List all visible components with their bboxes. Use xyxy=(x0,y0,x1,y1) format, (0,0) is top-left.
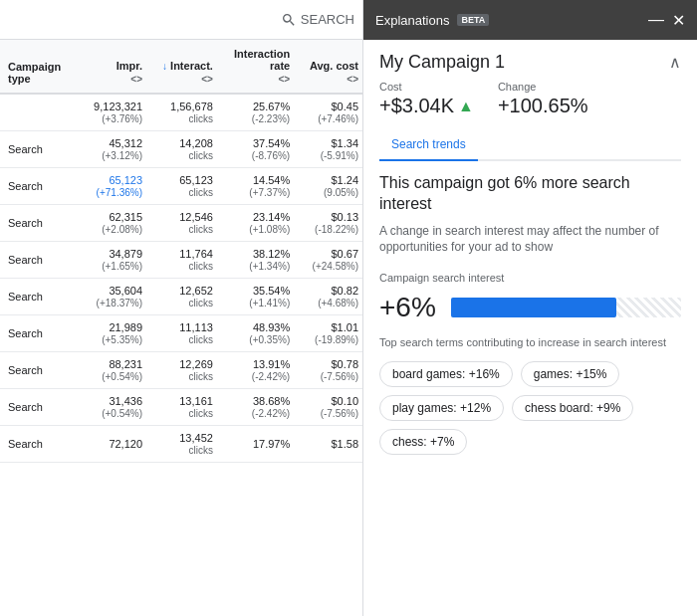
table-row: Search34,879(+1.65%)11,764clicks38.12%(+… xyxy=(0,242,362,279)
table-row: Search88,231(+0.54%)12,269clicks13.91%(-… xyxy=(0,352,362,389)
cost-label: Cost xyxy=(379,81,474,93)
cell-interact: 11,113clicks xyxy=(146,315,217,352)
tab-search-trends[interactable]: Search trends xyxy=(379,129,478,161)
cell-campaign-type: Search xyxy=(0,205,78,242)
campaign-section: My Campaign 1 ∧ Cost +$3.04K ▲ Change +1… xyxy=(363,40,697,129)
change-label: Change xyxy=(498,81,588,93)
cell-impr: 35,604(+18.37%) xyxy=(78,279,146,315)
panel-header: Explanations BETA — ✕ xyxy=(363,0,697,40)
col-header-interact[interactable]: ↓ Interact. <> xyxy=(146,40,217,94)
section-desc: A change in search interest may affect t… xyxy=(379,223,681,257)
cell-impr: 72,120 xyxy=(78,426,146,463)
search-label: SEARCH xyxy=(301,12,354,27)
cell-avg-cost: $0.13(-18.22%) xyxy=(294,205,362,242)
cell-campaign-type: Search xyxy=(0,279,78,315)
cell-impr: 45,312(+3.12%) xyxy=(78,131,146,168)
cell-avg-cost: $1.01(-19.89%) xyxy=(294,315,362,352)
table-row: Search35,604(+18.37%)12,652clicks35.54%(… xyxy=(0,279,362,315)
search-term-tag: games: +15% xyxy=(521,361,620,387)
table-row: Search72,12013,452clicks17.97%$1.58 xyxy=(0,426,362,463)
explanations-title: Explanations xyxy=(375,13,449,28)
cell-campaign-type: Search xyxy=(0,315,78,352)
campaign-metrics: Cost +$3.04K ▲ Change +100.65% xyxy=(379,81,681,117)
cell-avg-cost: $1.34(-5.91%) xyxy=(294,131,362,168)
cell-avg-cost: $0.82(+4.68%) xyxy=(294,279,362,315)
change-metric: Change +100.65% xyxy=(498,81,588,117)
cell-interact: 14,208clicks xyxy=(146,131,217,168)
cell-interact: 13,161clicks xyxy=(146,389,217,426)
col-header-avg-cost: Avg. cost <> xyxy=(294,40,362,94)
cell-campaign-type: Search xyxy=(0,389,78,426)
cell-avg-cost: $0.78(-7.56%) xyxy=(294,352,362,389)
interest-row: +6% xyxy=(379,292,681,323)
campaign-chevron-icon[interactable]: ∧ xyxy=(669,53,681,72)
cell-interaction-rate: 38.68%(-2.42%) xyxy=(217,389,294,426)
section-heading: This campaign got 6% more search interes… xyxy=(379,173,681,215)
cell-impr: 31,436(+0.54%) xyxy=(78,389,146,426)
tabs-row: Search trends xyxy=(379,129,681,161)
cost-metric: Cost +$3.04K ▲ xyxy=(379,81,474,117)
minimize-button[interactable]: — xyxy=(648,11,664,29)
panel-content: This campaign got 6% more search interes… xyxy=(363,161,697,616)
cell-interaction-rate: 37.54%(-8.76%) xyxy=(217,131,294,168)
col-header-campaign-type: Campaigntype xyxy=(0,40,78,94)
cell-interact: 13,452clicks xyxy=(146,426,217,463)
cell-impr: 9,123,321(+3.76%) xyxy=(78,94,146,131)
cell-interaction-rate: 17.97% xyxy=(217,426,294,463)
cell-impr: 34,879(+1.65%) xyxy=(78,242,146,279)
search-term-tag: chess board: +9% xyxy=(512,395,633,421)
interest-bar-container xyxy=(451,298,681,317)
search-bar: SEARCH xyxy=(0,0,362,40)
cell-campaign-type: Search xyxy=(0,168,78,205)
tags-row: board games: +16%games: +15%play games: … xyxy=(379,361,681,455)
beta-badge: BETA xyxy=(457,14,489,26)
campaigns-table: Campaigntype Impr. <> ↓ Interact. <> Int… xyxy=(0,40,362,463)
cell-impr: 62,315(+2.08%) xyxy=(78,205,146,242)
cell-interact: 12,269clicks xyxy=(146,352,217,389)
cell-interaction-rate: 38.12%(+1.34%) xyxy=(217,242,294,279)
cell-campaign-type: Search xyxy=(0,352,78,389)
table-row: 9,123,321(+3.76%)1,56,678clicks25.67%(-2… xyxy=(0,94,362,131)
close-button[interactable]: ✕ xyxy=(672,11,685,30)
cell-interact: 12,652clicks xyxy=(146,279,217,315)
left-panel: SEARCH Campaigntype Impr. <> ↓ Interact.… xyxy=(0,0,363,616)
cell-interact: 1,56,678clicks xyxy=(146,94,217,131)
cell-interaction-rate: 48.93%(+0.35%) xyxy=(217,315,294,352)
cell-avg-cost: $1.24(9.05%) xyxy=(294,168,362,205)
right-panel: Explanations BETA — ✕ My Campaign 1 ∧ Co… xyxy=(363,0,697,616)
cell-campaign-type: Search xyxy=(0,426,78,463)
col-header-interaction-rate: Interactionrate <> xyxy=(217,40,294,94)
interest-bar-fill xyxy=(451,298,616,317)
top-terms-label: Top search terms contributing to increas… xyxy=(379,335,681,350)
search-area[interactable]: SEARCH xyxy=(281,12,354,28)
search-term-tag: chess: +7% xyxy=(379,429,467,455)
cell-interact: 11,764clicks xyxy=(146,242,217,279)
cell-campaign-type: Search xyxy=(0,242,78,279)
campaign-name-row: My Campaign 1 ∧ xyxy=(379,52,681,73)
search-term-tag: board games: +16% xyxy=(379,361,513,387)
interest-pct: +6% xyxy=(379,292,439,323)
cell-interaction-rate: 23.14%(+1.08%) xyxy=(217,205,294,242)
table-row: Search65,123(+71.36%)65,123clicks14.54%(… xyxy=(0,168,362,205)
cost-up-arrow-icon: ▲ xyxy=(458,98,474,115)
cell-campaign-type: Search xyxy=(0,131,78,168)
cost-value: +$3.04K ▲ xyxy=(379,95,474,117)
cell-interaction-rate: 35.54%(+1.41%) xyxy=(217,279,294,315)
table-row: Search45,312(+3.12%)14,208clicks37.54%(-… xyxy=(0,131,362,168)
col-header-impr: Impr. <> xyxy=(78,40,146,94)
cell-avg-cost: $0.67(+24.58%) xyxy=(294,242,362,279)
cell-impr: 65,123(+71.36%) xyxy=(78,168,146,205)
cell-avg-cost: $0.45(+7.46%) xyxy=(294,94,362,131)
cell-impr: 21,989(+5.35%) xyxy=(78,315,146,352)
table-row: Search31,436(+0.54%)13,161clicks38.68%(-… xyxy=(0,389,362,426)
table-row: Search62,315(+2.08%)12,546clicks23.14%(+… xyxy=(0,205,362,242)
search-icon xyxy=(281,12,297,28)
change-value: +100.65% xyxy=(498,95,588,117)
cell-interaction-rate: 25.67%(-2.23%) xyxy=(217,94,294,131)
interest-label: Campaign search interest xyxy=(379,272,681,284)
cell-interaction-rate: 14.54%(+7.37%) xyxy=(217,168,294,205)
table-row: Search21,989(+5.35%)11,113clicks48.93%(+… xyxy=(0,315,362,352)
panel-header-actions: — ✕ xyxy=(648,11,685,30)
campaign-name: My Campaign 1 xyxy=(379,52,505,73)
cell-interact: 12,546clicks xyxy=(146,205,217,242)
